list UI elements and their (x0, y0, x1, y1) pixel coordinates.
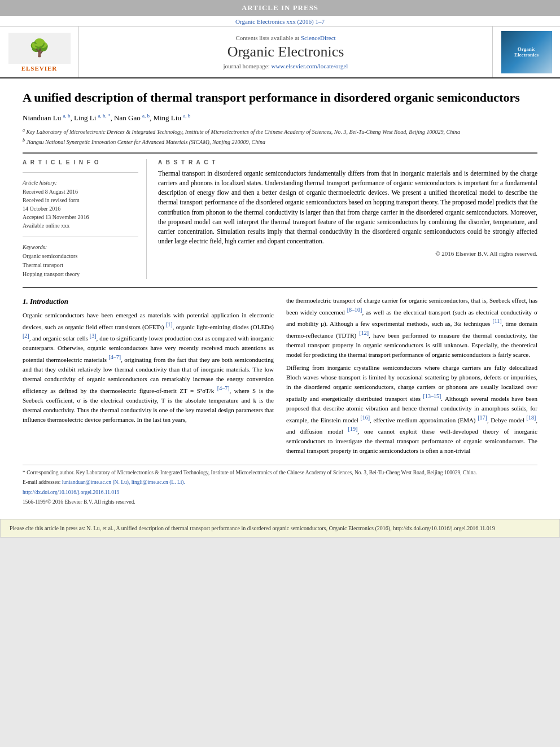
footnote-issn: 1566-1199/© 2016 Elsevier B.V. All right… (23, 498, 537, 506)
elsevier-logo-box: 🌳 ELSEVIER (0, 27, 79, 77)
affiliations: a Key Laboratory of Microelectronic Devi… (23, 127, 537, 147)
copyright-line: © 2016 Elsevier B.V. All rights reserved… (158, 250, 537, 257)
author-2: Ling Li (74, 113, 96, 122)
ref-4-7a[interactable]: [4–7] (108, 354, 121, 360)
ref-4-7b[interactable]: [4–7] (217, 385, 230, 391)
footnote-email: E-mail addresses: lunianduan@ime.ac.cn (… (23, 478, 537, 486)
ref-2[interactable]: [2] (23, 333, 29, 339)
abstract-col: A B S T R A C T Thermal transport in dis… (158, 159, 537, 279)
journal-homepage: journal homepage: www.elsevier.com/locat… (224, 63, 348, 69)
info-divider (23, 172, 138, 173)
authors-line: Nianduan Lu a, b, Ling Li a, b, *, Nan G… (23, 113, 537, 123)
history-item-3: 14 October 2016 (23, 204, 138, 213)
elsevier-label: ELSEVIER (21, 65, 58, 72)
ref-13-15[interactable]: [13–15] (423, 393, 441, 399)
abstract-label: A B S T R A C T (158, 159, 537, 165)
affil-2: b Jiangsu National Synergetic Innovation… (23, 137, 537, 146)
journal-cover-box: OrganicElectronics (492, 27, 560, 77)
history-item-2: Received in revised form (23, 196, 138, 204)
sciencedirect-link[interactable]: ScienceDirect (301, 34, 336, 41)
journal-issue-text: Organic Electronics xxx (2016) 1–7 (235, 18, 325, 25)
journal-center: Contents lists available at ScienceDirec… (79, 27, 492, 77)
elsevier-logo-image: 🌳 (8, 33, 71, 64)
homepage-link[interactable]: www.elsevier.com/locate/orgel (271, 63, 348, 69)
journal-cover-image: OrganicElectronics (501, 31, 552, 73)
citation-text: Please cite this article in press as: N.… (10, 525, 495, 531)
keyword-1: Organic semiconductors (23, 252, 138, 261)
section-1-heading: 1. Introduction (23, 296, 274, 307)
author-4-sup: a, b (183, 113, 190, 119)
history-item-4: Accepted 13 November 2016 (23, 213, 138, 221)
ref-18[interactable]: [18] (527, 414, 536, 421)
intro-para-2: the thermoelectric transport of charge c… (286, 296, 537, 360)
body-left-col: 1. Introduction Organic semiconductors h… (23, 296, 274, 460)
article-in-press-bar: ARTICLE IN PRESS (0, 0, 560, 16)
history-item-5: Available online xxx (23, 221, 138, 230)
journal-info-strip: Organic Electronics xxx (2016) 1–7 (0, 16, 560, 27)
paper-title: A unified description of thermal transpo… (23, 90, 537, 106)
ref-16[interactable]: [16] (360, 414, 370, 421)
keywords-title: Keywords: (23, 244, 138, 250)
header-divider (23, 152, 537, 154)
intro-para-3: Differing from inorganic crystalline sem… (286, 363, 537, 456)
affil-1: a Key Laboratory of Microelectronic Devi… (23, 127, 537, 136)
ref-17[interactable]: [17] (478, 414, 487, 421)
ref-19[interactable]: [19] (348, 426, 358, 432)
footnote-doi: http://dx.doi.org/10.1016/j.orgel.2016.1… (23, 488, 537, 496)
ref-8-10[interactable]: [8–10] (347, 307, 362, 313)
history-title: Article history: (23, 180, 138, 186)
author-1-sup: a, b (63, 113, 70, 119)
citation-bar: Please cite this article in press as: N.… (0, 519, 560, 538)
journal-header: 🌳 ELSEVIER Contents lists available at S… (0, 27, 560, 78)
body-right-col: the thermoelectric transport of charge c… (286, 296, 537, 460)
keyword-2: Thermal transport (23, 261, 138, 270)
ref-12[interactable]: [12] (359, 330, 369, 336)
ref-3[interactable]: [3] (90, 333, 97, 339)
article-info-col: A R T I C L E I N F O Article history: R… (23, 159, 147, 279)
keywords-divider (23, 237, 138, 237)
article-in-press-label: ARTICLE IN PRESS (242, 3, 318, 12)
abstract-text: Thermal transport in disordered organic … (158, 169, 537, 247)
keyword-3: Hopping transport theory (23, 270, 138, 279)
author-3: Nan Gao (114, 113, 141, 122)
author-1: Nianduan Lu (23, 113, 61, 122)
body-divider (23, 287, 537, 288)
doi-link[interactable]: http://dx.doi.org/10.1016/j.orgel.2016.1… (23, 490, 120, 495)
intro-para-1: Organic semiconductors have been emerged… (23, 311, 274, 425)
footnote-section: * Corresponding author. Key Laboratory o… (23, 465, 537, 506)
footnote-corresponding: * Corresponding author. Key Laboratory o… (23, 469, 537, 477)
elsevier-tree-icon: 🌳 (29, 40, 50, 56)
info-abstract-row: A R T I C L E I N F O Article history: R… (23, 159, 537, 279)
ref-1[interactable]: [1] (166, 321, 173, 327)
main-content: A unified description of thermal transpo… (0, 78, 560, 513)
contents-line: Contents lists available at ScienceDirec… (235, 34, 335, 41)
author-3-sup: a, b (142, 113, 150, 119)
body-two-col: 1. Introduction Organic semiconductors h… (23, 296, 537, 460)
journal-title: Organic Electronics (228, 43, 344, 60)
author-4: Ming Liu (153, 113, 181, 122)
history-item-1: Received 8 August 2016 (23, 187, 138, 196)
footnote-email-link[interactable]: lunianduan@ime.ac.cn (N. Lu), lingli@ime… (62, 479, 185, 485)
page-wrapper: ARTICLE IN PRESS Organic Electronics xxx… (0, 0, 560, 538)
author-2-sup: a, b, * (98, 113, 111, 119)
ref-11[interactable]: [11] (492, 318, 501, 324)
article-info-label: A R T I C L E I N F O (23, 159, 138, 165)
